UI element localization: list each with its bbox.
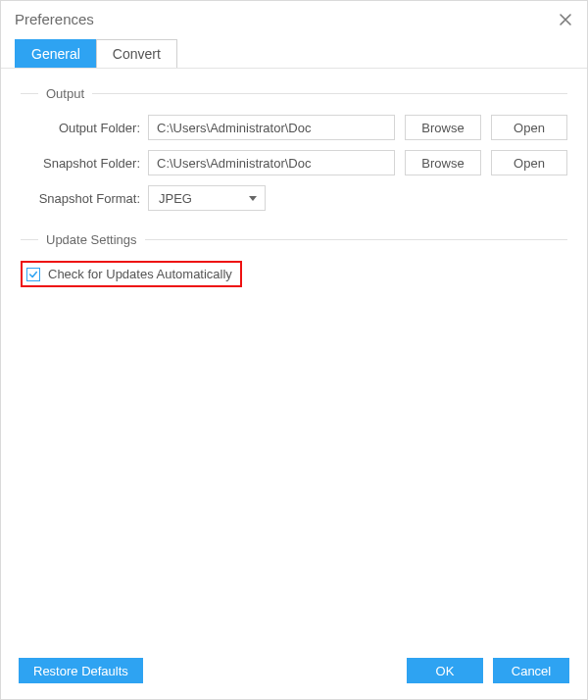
update-settings-group: Update Settings Check for Updates Automa… [21, 232, 567, 287]
titlebar: Preferences [1, 1, 587, 39]
output-folder-input[interactable] [148, 115, 395, 140]
restore-defaults-button[interactable]: Restore Defaults [19, 658, 143, 683]
output-folder-browse-button[interactable]: Browse [405, 115, 481, 140]
snapshot-folder-row: Snapshot Folder: Browse Open [21, 150, 567, 175]
cancel-button[interactable]: Cancel [493, 658, 569, 683]
content-area: Output Output Folder: Browse Open Snapsh… [1, 69, 587, 646]
snapshot-format-label: Snapshot Format: [21, 191, 148, 206]
auto-update-highlight: Check for Updates Automatically [21, 261, 242, 287]
ok-button[interactable]: OK [407, 658, 483, 683]
update-settings-title: Update Settings [38, 232, 145, 247]
tabs: General Convert [1, 39, 587, 69]
auto-update-label: Check for Updates Automatically [48, 267, 232, 281]
snapshot-format-value: JPEG [159, 191, 192, 206]
output-group-header: Output [21, 86, 567, 101]
snapshot-format-select[interactable]: JPEG [148, 185, 266, 211]
dialog-title: Preferences [15, 11, 94, 27]
output-folder-label: Output Folder: [21, 121, 148, 135]
footer-right: OK Cancel [407, 658, 569, 683]
output-group-title: Output [38, 86, 92, 101]
snapshot-format-row: Snapshot Format: JPEG [21, 185, 567, 211]
snapshot-folder-browse-button[interactable]: Browse [405, 150, 481, 175]
tab-convert[interactable]: Convert [96, 39, 177, 68]
snapshot-folder-open-button[interactable]: Open [491, 150, 567, 175]
tab-general[interactable]: General [15, 39, 97, 68]
chevron-down-icon [249, 196, 257, 201]
auto-update-checkbox[interactable] [26, 268, 40, 281]
footer: Restore Defaults OK Cancel [1, 646, 587, 699]
output-folder-row: Output Folder: Browse Open [21, 115, 567, 140]
close-icon[interactable] [558, 12, 573, 27]
output-group: Output Output Folder: Browse Open Snapsh… [21, 86, 567, 211]
preferences-dialog: Preferences General Convert Output Outpu… [0, 0, 588, 700]
snapshot-folder-input[interactable] [148, 150, 395, 175]
output-folder-open-button[interactable]: Open [491, 115, 567, 140]
snapshot-folder-label: Snapshot Folder: [21, 156, 148, 171]
update-settings-header: Update Settings [21, 232, 567, 247]
